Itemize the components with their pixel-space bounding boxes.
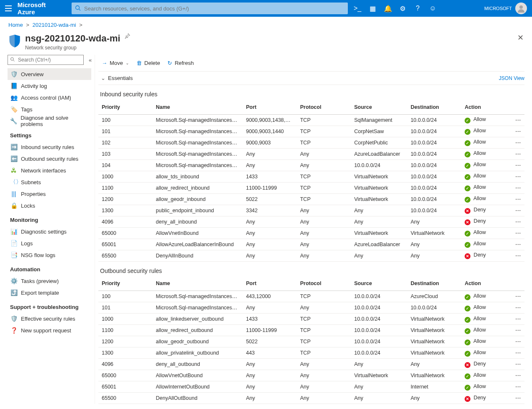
row-more-button[interactable]: ···	[506, 148, 524, 159]
sidebar-item[interactable]: 🔧Diagnose and solve problems	[8, 115, 91, 127]
sidebar-item[interactable]: 〈〉Subnets	[8, 176, 91, 188]
row-more-button[interactable]: ···	[506, 126, 524, 137]
row-more-button[interactable]: ···	[506, 336, 524, 347]
col-destination[interactable]: Destination	[407, 100, 461, 114]
row-more-button[interactable]: ···	[506, 314, 524, 325]
row-more-button[interactable]: ···	[506, 302, 524, 314]
sidebar-item[interactable]: ⚙️Tasks (preview)	[8, 275, 91, 287]
row-more-button[interactable]: ···	[506, 393, 524, 404]
row-more-button[interactable]: ···	[506, 159, 524, 171]
row-more-button[interactable]: ···	[506, 171, 524, 182]
row-more-button[interactable]: ···	[506, 325, 524, 336]
row-more-button[interactable]: ···	[506, 216, 524, 227]
table-row[interactable]: 1000allow_linkedserver_outbound1433TCP10…	[98, 314, 524, 325]
col-destination[interactable]: Destination	[407, 277, 461, 291]
breadcrumb-parent[interactable]: 20210120-wda-mi	[33, 22, 76, 28]
sidebar-item[interactable]: ❓New support request	[8, 324, 91, 336]
help-icon[interactable]: ?	[414, 5, 421, 12]
row-more-button[interactable]: ···	[506, 227, 524, 239]
col-priority[interactable]: Priority	[98, 100, 152, 114]
sidebar-item[interactable]: |||Properties	[8, 188, 91, 200]
table-row[interactable]: 4096deny_all_inboundAnyAnyAnyAny✕ Deny··…	[98, 216, 524, 227]
delete-button[interactable]: 🗑 Delete	[136, 60, 160, 66]
table-row[interactable]: 65001AllowInternetOutBoundAnyAnyAnyInter…	[98, 381, 524, 393]
portal-menu-button[interactable]	[5, 5, 12, 11]
refresh-button[interactable]: ↻ Refresh	[167, 60, 194, 66]
sidebar-item[interactable]: 🔒Locks	[8, 200, 91, 211]
json-view-link[interactable]: JSON View	[499, 75, 524, 81]
breadcrumb-home[interactable]: Home	[8, 22, 23, 28]
cloud-shell-icon[interactable]: >_	[354, 5, 361, 12]
table-row[interactable]: 103Microsoft.Sql-managedInstances_U...An…	[98, 148, 524, 159]
row-more-button[interactable]: ···	[506, 291, 524, 302]
row-more-button[interactable]: ···	[506, 359, 524, 370]
table-row[interactable]: 65500DenyAllInBoundAnyAnyAnyAny✕ Deny···	[98, 250, 524, 261]
account-area[interactable]: MICROSOFT	[484, 3, 527, 14]
table-row[interactable]: 1100allow_redirect_outbound11000-11999TC…	[98, 325, 524, 336]
table-row[interactable]: 102Microsoft.Sql-managedInstances_U...90…	[98, 137, 524, 148]
col-protocol[interactable]: Protocol	[297, 100, 351, 114]
col-protocol[interactable]: Protocol	[297, 277, 351, 291]
row-more-button[interactable]: ···	[506, 182, 524, 193]
row-more-button[interactable]: ···	[506, 193, 524, 205]
global-search-input[interactable]	[72, 3, 348, 14]
table-row[interactable]: 104Microsoft.Sql-managedInstances_U...An…	[98, 159, 524, 171]
close-icon[interactable]: ✕	[517, 33, 524, 42]
row-more-button[interactable]: ···	[506, 239, 524, 250]
table-row[interactable]: 65001AllowAzureLoadBalancerInBoundAnyAny…	[98, 239, 524, 250]
table-row[interactable]: 4096deny_all_outboundAnyAnyAnyAny✕ Deny·…	[98, 359, 524, 370]
settings-icon[interactable]: ⚙	[399, 5, 406, 13]
row-more-button[interactable]: ···	[506, 381, 524, 393]
table-row[interactable]: 1300public_endpoint_inbound3342AnyAny10.…	[98, 205, 524, 216]
table-row[interactable]: 1200allow_geodr_inbound5022TCPVirtualNet…	[98, 193, 524, 205]
sidebar-item[interactable]: ⬅️Outbound security rules	[8, 153, 91, 165]
table-row[interactable]: 65000AllowVnetInBoundAnyAnyVirtualNetwor…	[98, 227, 524, 239]
table-row[interactable]: 101Microsoft.Sql-managedInstances_U...90…	[98, 126, 524, 137]
table-row[interactable]: 1200allow_geodr_outbound5022TCP10.0.0.0/…	[98, 336, 524, 347]
col-port[interactable]: Port	[243, 100, 297, 114]
directory-filter-icon[interactable]: ▦	[369, 5, 376, 13]
table-row[interactable]: 1300allow_privatelink_outbound443TCP10.0…	[98, 347, 524, 359]
sidebar-item[interactable]: 🏷️Tags	[8, 103, 91, 115]
feedback-icon[interactable]: ☺	[429, 5, 437, 12]
sidebar-item[interactable]: 🛡️Effective security rules	[8, 313, 91, 324]
table-row[interactable]: 65000AllowVnetOutBoundAnyAnyVirtualNetwo…	[98, 370, 524, 381]
row-more-button[interactable]: ···	[506, 370, 524, 381]
col-source[interactable]: Source	[351, 100, 407, 114]
move-button[interactable]: → Move ⌄	[102, 60, 129, 66]
table-row[interactable]: 100Microsoft.Sql-managedInstances_U...90…	[98, 114, 524, 126]
col-action[interactable]: Action	[461, 100, 506, 114]
table-row[interactable]: 65500DenyAllOutBoundAnyAnyAnyAny✕ Deny··…	[98, 393, 524, 404]
table-row[interactable]: 100Microsoft.Sql-managedInstances_U...44…	[98, 291, 524, 302]
sidebar-item[interactable]: 📘Activity log	[8, 80, 91, 92]
sidebar-item[interactable]: 📊Diagnostic settings	[8, 226, 91, 237]
sidebar-item[interactable]: ⤴️Export template	[8, 287, 91, 298]
notifications-icon[interactable]: 🔔	[384, 5, 391, 13]
breadcrumb: Home > 20210120-wda-mi >	[0, 17, 532, 33]
col-priority[interactable]: Priority	[98, 277, 152, 291]
sidebar-search-input[interactable]	[8, 55, 84, 65]
top-bar: Microsoft Azure >_ ▦ 🔔 ⚙ ? ☺ MICROSOFT	[0, 0, 532, 17]
col-name[interactable]: Name	[152, 100, 242, 114]
col-action[interactable]: Action	[461, 277, 506, 291]
sidebar-item[interactable]: ➡️Inbound security rules	[8, 141, 91, 153]
row-more-button[interactable]: ···	[506, 347, 524, 359]
essentials-toggle[interactable]: ⌄ Essentials JSON View	[98, 72, 524, 85]
table-row[interactable]: 1100allow_redirect_inbound11000-11999TCP…	[98, 182, 524, 193]
col-port[interactable]: Port	[243, 277, 297, 291]
row-more-button[interactable]: ···	[506, 137, 524, 148]
table-row[interactable]: 101Microsoft.Sql-managedInstances_U...An…	[98, 302, 524, 314]
collapse-sidebar-icon[interactable]: «	[87, 57, 93, 63]
row-more-button[interactable]: ···	[506, 114, 524, 126]
sidebar-item[interactable]: 👥Access control (IAM)	[8, 92, 91, 103]
table-row[interactable]: 1000allow_tds_inbound1433TCPVirtualNetwo…	[98, 171, 524, 182]
row-more-button[interactable]: ···	[506, 250, 524, 261]
pin-icon[interactable]	[124, 33, 130, 40]
sidebar-item[interactable]: 🖧Network interfaces	[8, 165, 91, 176]
row-more-button[interactable]: ···	[506, 205, 524, 216]
sidebar-item[interactable]: 🛡️Overview	[8, 68, 91, 80]
col-name[interactable]: Name	[152, 277, 242, 291]
col-source[interactable]: Source	[351, 277, 407, 291]
sidebar-item[interactable]: 📄Logs	[8, 237, 91, 249]
sidebar-item[interactable]: 📑NSG flow logs	[8, 249, 91, 261]
